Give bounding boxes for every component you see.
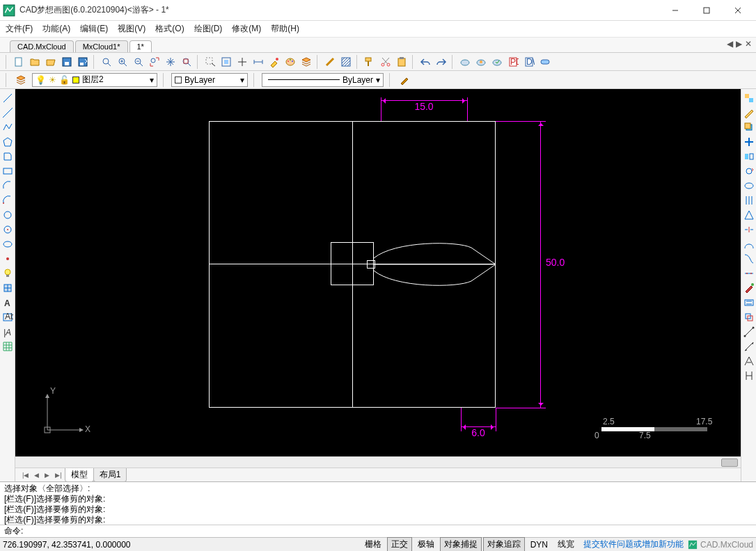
selectall-icon[interactable] bbox=[219, 55, 233, 69]
text-icon[interactable]: A bbox=[1, 296, 14, 309]
zoomout-icon[interactable] bbox=[132, 55, 145, 69]
new-icon[interactable] bbox=[12, 55, 26, 69]
paste-icon[interactable] bbox=[395, 55, 409, 69]
minimize-button[interactable] bbox=[659, 1, 691, 20]
palette-icon[interactable] bbox=[283, 55, 297, 69]
tab-cad-mxcloud[interactable]: CAD.MxCloud bbox=[10, 40, 74, 52]
status-osnap[interactable]: 对象捕捉 bbox=[440, 537, 482, 551]
menu-format[interactable]: 格式(O) bbox=[155, 23, 184, 35]
r-arc3-icon[interactable] bbox=[743, 238, 755, 250]
layer-combo[interactable]: 💡 ☀ 🔓 图层2 ▾ bbox=[32, 73, 157, 87]
cut-icon[interactable] bbox=[379, 55, 393, 69]
r-split-icon[interactable] bbox=[743, 223, 755, 236]
r-ellipse-icon[interactable] bbox=[743, 179, 755, 192]
openfolder-icon[interactable] bbox=[44, 55, 58, 69]
linetype-combo[interactable]: ByLayer ▾ bbox=[262, 73, 384, 87]
tab-1[interactable]: 1* bbox=[129, 40, 152, 52]
view-tab-layout1[interactable]: 布局1 bbox=[93, 468, 127, 482]
pick-icon[interactable] bbox=[235, 55, 249, 69]
arc2-icon[interactable] bbox=[1, 194, 14, 207]
redo-icon[interactable] bbox=[434, 55, 448, 69]
saveas-icon[interactable] bbox=[76, 55, 90, 69]
r-dim2-icon[interactable] bbox=[743, 340, 755, 353]
menu-function[interactable]: 功能(A) bbox=[42, 23, 70, 35]
dwg-icon[interactable]: DW bbox=[522, 55, 536, 69]
cloud2-icon[interactable] bbox=[474, 55, 488, 69]
arc-icon[interactable] bbox=[1, 179, 14, 192]
status-otrack[interactable]: 对象追踪 bbox=[483, 537, 525, 551]
command-line[interactable]: 命令: bbox=[0, 525, 756, 537]
line-icon[interactable] bbox=[1, 92, 14, 104]
menu-modify[interactable]: 修改(M) bbox=[232, 23, 261, 35]
view-tab-model[interactable]: 模型 bbox=[65, 468, 94, 482]
zoomext-icon[interactable] bbox=[148, 55, 162, 69]
status-grid[interactable]: 栅格 bbox=[361, 537, 386, 551]
h-scrollbar[interactable] bbox=[15, 456, 741, 468]
zoom-icon[interactable] bbox=[100, 55, 113, 69]
menu-help[interactable]: 帮助(H) bbox=[271, 23, 299, 35]
point-icon[interactable] bbox=[1, 253, 14, 265]
menu-edit[interactable]: 编辑(E) bbox=[80, 23, 108, 35]
plus-icon[interactable] bbox=[743, 136, 755, 148]
rect-icon[interactable] bbox=[1, 165, 14, 177]
view-nav-next-icon[interactable]: ▶ bbox=[42, 472, 52, 479]
xline-icon[interactable] bbox=[1, 106, 14, 119]
brush-icon[interactable] bbox=[397, 73, 411, 87]
r-delta-icon[interactable] bbox=[743, 209, 755, 221]
block-icon[interactable] bbox=[1, 282, 14, 294]
status-lwt[interactable]: 线宽 bbox=[553, 537, 578, 551]
status-polar[interactable]: 极轴 bbox=[414, 537, 439, 551]
status-feedback-link[interactable]: 提交软件问题或增加新功能 bbox=[583, 538, 684, 550]
copyfmt-icon[interactable] bbox=[363, 55, 377, 69]
pan-icon[interactable] bbox=[164, 55, 178, 69]
view-nav-prev-icon[interactable]: ◀ bbox=[31, 472, 42, 479]
circle2-icon[interactable] bbox=[1, 223, 14, 236]
undo-icon[interactable] bbox=[418, 55, 432, 69]
circle-icon[interactable] bbox=[1, 209, 14, 221]
bulb2-icon[interactable] bbox=[1, 267, 14, 280]
r-dimA-icon[interactable] bbox=[743, 355, 755, 367]
layers-icon[interactable] bbox=[299, 55, 313, 69]
r-dimH-icon[interactable] bbox=[743, 369, 755, 382]
open-icon[interactable] bbox=[28, 55, 42, 69]
r-div-icon[interactable] bbox=[743, 267, 755, 280]
props-icon[interactable] bbox=[323, 55, 337, 69]
paint-icon[interactable] bbox=[267, 55, 281, 69]
r-brush-icon[interactable] bbox=[743, 282, 755, 294]
r-arc4-icon[interactable] bbox=[743, 253, 755, 265]
close-button[interactable] bbox=[722, 1, 753, 20]
zoomin-icon[interactable] bbox=[116, 55, 129, 69]
r-vline-icon[interactable] bbox=[743, 194, 755, 207]
polygon-icon[interactable] bbox=[1, 136, 14, 148]
scroll-thumb[interactable] bbox=[721, 458, 738, 467]
view-nav-first-icon[interactable]: |◀ bbox=[19, 472, 31, 479]
maximize-button[interactable] bbox=[691, 1, 722, 20]
tab-mxcloud1[interactable]: MxCloud1* bbox=[75, 40, 128, 52]
mirror-icon[interactable] bbox=[743, 150, 755, 163]
dist-icon[interactable] bbox=[251, 55, 265, 69]
save-icon[interactable] bbox=[60, 55, 74, 69]
r-layers-icon[interactable] bbox=[743, 121, 755, 134]
zoomwin-icon[interactable] bbox=[180, 55, 194, 69]
grid-icon[interactable] bbox=[1, 340, 14, 353]
drawing-canvas[interactable]: 15.0 50.0 6.0 Y X bbox=[15, 89, 741, 456]
hatch-icon[interactable] bbox=[339, 55, 353, 69]
layermgr-icon[interactable] bbox=[14, 73, 28, 87]
menu-draw[interactable]: 绘图(D) bbox=[194, 23, 223, 35]
layprop-icon[interactable] bbox=[743, 92, 755, 104]
r-dim1-icon[interactable] bbox=[743, 326, 755, 338]
mtext-icon[interactable]: Ab bbox=[1, 311, 14, 324]
cloud3-icon[interactable] bbox=[490, 55, 504, 69]
status-dyn[interactable]: DYN bbox=[526, 538, 552, 551]
color-combo[interactable]: ByLayer ▾ bbox=[171, 73, 248, 87]
menu-file[interactable]: 文件(F) bbox=[6, 23, 33, 35]
select-icon[interactable] bbox=[203, 55, 217, 69]
ellipse-icon[interactable] bbox=[1, 238, 14, 250]
tab-nav-left-icon[interactable]: ◀ bbox=[727, 39, 733, 49]
pencil-icon[interactable] bbox=[743, 106, 755, 119]
status-ortho[interactable]: 正交 bbox=[387, 537, 412, 551]
r-rect4-icon[interactable] bbox=[743, 311, 755, 324]
r-rect3-icon[interactable] bbox=[743, 296, 755, 309]
tab-nav-right-icon[interactable]: ▶ bbox=[736, 39, 742, 49]
shape-icon[interactable] bbox=[1, 150, 14, 163]
